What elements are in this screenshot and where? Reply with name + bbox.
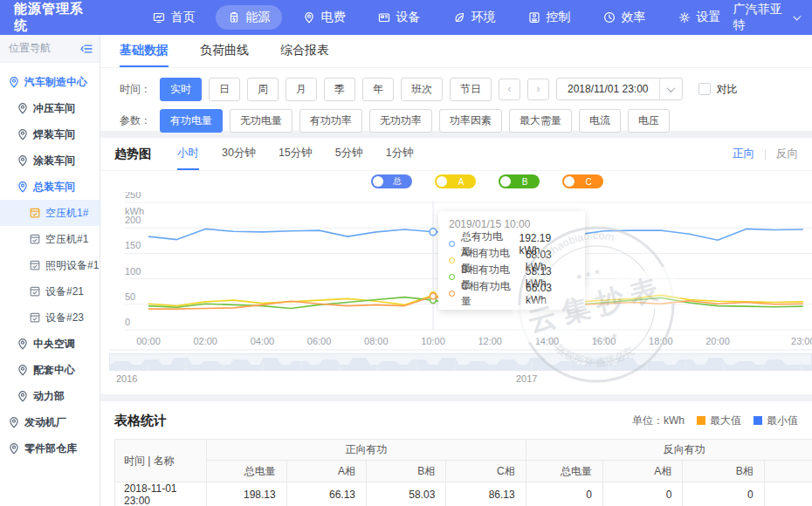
interval-1min[interactable]: 1分钟 bbox=[386, 138, 414, 170]
sidebar-item-power-dept[interactable]: 动力部 bbox=[0, 383, 100, 409]
pin bbox=[8, 416, 20, 428]
device-icon bbox=[378, 11, 390, 24]
series-toggle-C[interactable]: C bbox=[562, 174, 603, 188]
svg-text:150: 150 bbox=[125, 240, 141, 250]
sidebar-item-assembly[interactable]: 总装车间 bbox=[0, 174, 100, 200]
svg-text:04:00: 04:00 bbox=[251, 336, 275, 346]
timeline-scrubber[interactable] bbox=[109, 353, 803, 371]
trend-chart[interactable]: 050100150200250kWh00:0002:0004:0006:0008… bbox=[109, 192, 812, 351]
time-week-button[interactable]: 周 bbox=[247, 78, 279, 101]
sidebar-item-compressor-2[interactable]: 空压机#1 bbox=[0, 226, 100, 252]
param-active-energy-button[interactable]: 有功电量 bbox=[160, 109, 223, 133]
trend-card: 趋势图 小时30分钟15分钟5分钟1分钟 正向反向 总ABC 050100150… bbox=[100, 138, 812, 394]
param-filter-label: 参数： bbox=[120, 113, 151, 128]
time-holiday-button[interactable]: 节日 bbox=[450, 78, 492, 101]
col-header-1-B相: B相 bbox=[683, 461, 764, 482]
series-toggle-B[interactable]: B bbox=[499, 174, 540, 188]
direction-forward[interactable]: 正向 bbox=[733, 147, 754, 161]
pin bbox=[17, 154, 29, 167]
sidebar-item-painting[interactable]: 涂装车间 bbox=[0, 147, 100, 174]
time-quarter-button[interactable]: 季 bbox=[324, 78, 355, 101]
time-filter-label: 时间： bbox=[120, 82, 151, 97]
max-swatch bbox=[697, 416, 705, 425]
nav-energy[interactable]: 能源 bbox=[216, 5, 282, 30]
param-max-demand-button[interactable]: 最大需量 bbox=[509, 109, 572, 133]
scrubber-years: 20162017 bbox=[109, 371, 812, 386]
tab-report[interactable]: 综合报表 bbox=[280, 35, 329, 67]
nav-home[interactable]: 首页 bbox=[141, 5, 207, 30]
nav-energy-label: 能源 bbox=[245, 10, 270, 25]
compare-toggle[interactable]: 对比 bbox=[698, 82, 738, 97]
sidebar-item-compressor-1[interactable]: 空压机1# bbox=[0, 200, 100, 226]
datetime-picker[interactable]: 2018/11/01 23:00 bbox=[556, 78, 683, 100]
pin bbox=[17, 128, 29, 140]
interval-5min[interactable]: 5分钟 bbox=[335, 138, 363, 170]
param-active-power-button[interactable]: 有功功率 bbox=[299, 109, 362, 133]
param-voltage-button[interactable]: 电压 bbox=[628, 109, 670, 133]
tab-basic-data[interactable]: 基础数据 bbox=[120, 35, 169, 67]
nav-device[interactable]: 设备 bbox=[366, 5, 432, 30]
nav-env[interactable]: 环境 bbox=[441, 5, 507, 30]
sidebar-item-auto-center[interactable]: 汽车制造中心 bbox=[0, 69, 100, 95]
cell-value: 0 bbox=[683, 482, 764, 506]
interval-hour[interactable]: 小时 bbox=[177, 138, 199, 170]
svg-text:50: 50 bbox=[125, 291, 135, 302]
nav-settings[interactable]: 设置 bbox=[666, 5, 733, 30]
sidebar-item-lighting-1[interactable]: 照明设备#1 bbox=[0, 252, 100, 278]
sidebar-item-device-21[interactable]: 设备#21 bbox=[0, 278, 100, 304]
series-marker bbox=[449, 241, 455, 247]
sidebar-header-label: 位置导航 bbox=[9, 41, 51, 56]
sidebar-header: 位置导航 bbox=[0, 35, 100, 63]
param-power-factor-button[interactable]: 功率因素 bbox=[439, 109, 502, 133]
sidebar-item-stamping[interactable]: 冲压车间 bbox=[0, 95, 100, 121]
interval-30min[interactable]: 30分钟 bbox=[222, 138, 256, 170]
nav-fee[interactable]: 电费 bbox=[291, 5, 357, 30]
sidebar-item-label: 动力部 bbox=[33, 389, 65, 404]
param-reactive-energy-button[interactable]: 无功电量 bbox=[230, 109, 292, 133]
table-row[interactable]: 2018-11-01 23:00198.1366.1358.0386.13000… bbox=[115, 482, 812, 506]
interval-15min[interactable]: 15分钟 bbox=[279, 138, 313, 170]
series-toggle-A[interactable]: A bbox=[435, 174, 476, 188]
table-header-row-groups: 时间 | 名称正向有功反向有功 bbox=[115, 440, 812, 461]
time-month-button[interactable]: 月 bbox=[286, 78, 317, 101]
sidebar-item-hvac[interactable]: 中央空调 bbox=[0, 331, 100, 357]
table-legend: 单位：kWh 最大值 最小值 bbox=[632, 414, 798, 428]
compare-checkbox[interactable] bbox=[698, 83, 711, 95]
chevron-down-icon bbox=[793, 12, 801, 20]
chart-tooltip: 2019/01/15 10:00 总有功电量192.19 kWhA相有功电量68… bbox=[438, 211, 585, 310]
sidebar-item-engine-plant[interactable]: 发动机厂 bbox=[0, 409, 100, 435]
toggle-knob bbox=[437, 176, 447, 187]
svg-text:23:00: 23:00 bbox=[791, 336, 812, 346]
time-shift-button[interactable]: 班次 bbox=[401, 78, 443, 101]
sidebar-item-device-23[interactable]: 设备#23 bbox=[0, 304, 100, 331]
nav-efficiency[interactable]: 效率 bbox=[591, 5, 657, 30]
pin bbox=[17, 181, 29, 193]
tab-load-curve[interactable]: 负荷曲线 bbox=[200, 35, 249, 67]
sidebar-item-label: 发动机厂 bbox=[24, 415, 66, 430]
collapse-sidebar-icon[interactable] bbox=[80, 43, 93, 55]
tooltip-series-value: 66.03 kWh bbox=[526, 282, 575, 306]
trend-title: 趋势图 bbox=[114, 147, 151, 162]
nav-settings-label: 设置 bbox=[696, 10, 720, 25]
series-toggle-总[interactable]: 总 bbox=[371, 174, 412, 188]
toggle-knob bbox=[500, 176, 511, 187]
col-header-1-A相: A相 bbox=[603, 461, 683, 482]
sidebar-item-parts-warehouse[interactable]: 零件部仓库 bbox=[0, 435, 100, 462]
prev-period-button[interactable]: ‹ bbox=[499, 79, 520, 100]
nav-efficiency-label: 效率 bbox=[621, 10, 645, 25]
stats-table-wrap[interactable]: 时间 | 名称正向有功反向有功总电量A相B相C相总电量A相B相C相 2018-1… bbox=[114, 439, 812, 506]
time-realtime-button[interactable]: 实时 bbox=[160, 78, 202, 101]
param-current-button[interactable]: 电流 bbox=[579, 109, 621, 133]
sidebar-item-label: 零件部仓库 bbox=[24, 441, 77, 456]
time-year-button[interactable]: 年 bbox=[362, 78, 394, 101]
direction-reverse[interactable]: 反向 bbox=[776, 147, 798, 161]
topbar-nav: 首页能源电费设备环境控制效率设置 bbox=[141, 5, 733, 30]
time-day-button[interactable]: 日 bbox=[209, 78, 240, 101]
nav-control[interactable]: 控制 bbox=[516, 5, 582, 30]
tenant-switcher[interactable]: 广汽菲亚特 bbox=[733, 2, 800, 33]
sidebar-item-welding[interactable]: 焊装车间 bbox=[0, 121, 100, 147]
param-reactive-power-button[interactable]: 无功功率 bbox=[369, 109, 432, 133]
sidebar-item-support-center[interactable]: 配套中心 bbox=[0, 357, 100, 383]
next-period-button[interactable]: › bbox=[527, 79, 549, 100]
meter bbox=[29, 259, 41, 271]
